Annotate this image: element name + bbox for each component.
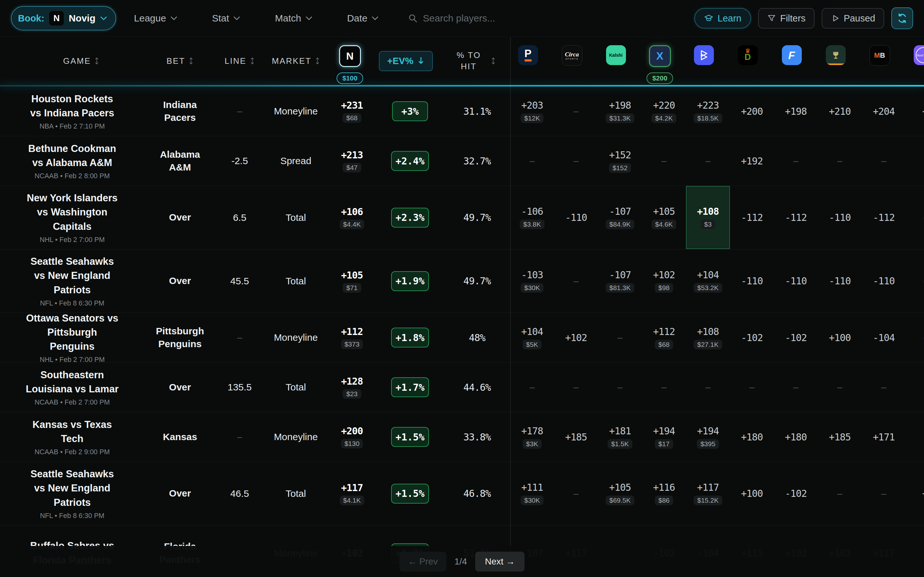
column-header-novig[interactable]: N $100	[328, 37, 372, 85]
game-cell[interactable]: Houston Rockets vs Indiana PacersNBA • F…	[0, 87, 144, 136]
book-odds-cell[interactable]: +194$395	[686, 412, 730, 462]
menu-stat[interactable]: Stat	[212, 13, 240, 24]
book-odds-cell[interactable]: -110	[730, 250, 774, 313]
book-odds-cell[interactable]: +203$12K	[510, 87, 554, 136]
game-cell[interactable]: Bethune Cookman vs Alabama A&MNCAAB • Fe…	[0, 136, 144, 185]
novig-odds-cell[interactable]: +105$71	[328, 250, 376, 313]
book-odds-cell[interactable]: -110	[554, 186, 598, 249]
book-odds-cell[interactable]: -103$30K	[510, 250, 554, 313]
book-odds-cell[interactable]: +181$1.5K	[598, 412, 642, 462]
game-cell[interactable]: Seattle Seahawks vs New England Patriots…	[0, 250, 144, 313]
book-odds-cell[interactable]: +223$18.5K	[686, 87, 730, 136]
book-odds-cell[interactable]: +117$15.2K	[686, 462, 730, 525]
column-header-pct-to-hit[interactable]: % TO HIT	[440, 37, 506, 85]
column-header-hardrock[interactable]: Hard Rock	[901, 37, 924, 85]
learn-button[interactable]: Learn	[694, 8, 751, 29]
book-odds-cell[interactable]: +105$69.5K	[598, 462, 642, 525]
book-odds-cell[interactable]: -102	[730, 313, 774, 362]
column-header-bet[interactable]: BET	[144, 37, 216, 85]
column-header-draftkings[interactable]: ♛D	[726, 37, 770, 85]
column-header-fanduel[interactable]: F	[770, 37, 814, 85]
book-odds-cell[interactable]: -1	[906, 250, 924, 313]
novig-odds-cell[interactable]: +200$130	[328, 412, 376, 462]
book-odds-cell[interactable]: +152$152	[598, 136, 642, 185]
column-header-kalshi[interactable]: Kalshi	[594, 37, 638, 85]
book-odds-cell[interactable]: -112	[730, 186, 774, 249]
book-odds-cell[interactable]: -1	[906, 186, 924, 249]
novig-odds-cell[interactable]: +231$68	[328, 87, 376, 136]
book-odds-cell[interactable]: +220$4.2K	[642, 87, 686, 136]
book-odds-cell[interactable]: +192	[730, 136, 774, 185]
column-header-circa[interactable]: CircaSPORTS	[550, 37, 594, 85]
book-odds-cell[interactable]: -112	[862, 186, 906, 249]
book-odds-cell[interactable]: +111$30K	[510, 462, 554, 525]
game-cell[interactable]: Kansas vs Texas TechNCAAB • Feb 2 9:00 P…	[0, 412, 144, 462]
column-header-trophy-book[interactable]	[814, 37, 858, 85]
column-header-mybookie[interactable]: MB	[858, 37, 901, 85]
book-odds-cell[interactable]: +171	[862, 412, 906, 462]
book-odds-cell[interactable]: +210	[818, 87, 862, 136]
column-header-blue-book[interactable]	[682, 37, 726, 85]
column-header-prizepicks[interactable]: P	[506, 37, 550, 85]
column-header-line[interactable]: LINE	[216, 37, 264, 85]
book-odds-cell[interactable]: -107$84.9K	[598, 186, 642, 249]
novig-odds-cell[interactable]: +128$23	[328, 363, 376, 412]
next-page-button[interactable]: Next →	[475, 552, 524, 572]
game-cell[interactable]: Southeastern Louisiana vs LamarNCAAB • F…	[0, 363, 144, 412]
book-odds-cell[interactable]: -110	[862, 250, 906, 313]
book-odds-cell[interactable]: +105$4.6K	[642, 186, 686, 249]
novig-odds-cell[interactable]: +213$47	[328, 136, 376, 185]
ev-sort-button[interactable]: +EV%	[379, 51, 433, 71]
book-odds-cell[interactable]: +185	[818, 412, 862, 462]
book-odds-cell[interactable]: +198	[774, 87, 818, 136]
book-odds-cell[interactable]: -104	[862, 313, 906, 362]
book-odds-cell[interactable]: +180	[730, 412, 774, 462]
novig-odds-cell[interactable]: +106$4.4K	[328, 186, 376, 249]
column-header-market[interactable]: MARKET	[264, 37, 328, 85]
book-odds-cell[interactable]: +204	[862, 87, 906, 136]
book-odds-cell[interactable]: +1	[906, 462, 924, 525]
book-odds-cell[interactable]: -1	[906, 313, 924, 362]
filters-button[interactable]: Filters	[758, 8, 814, 29]
book-odds-cell[interactable]: +185	[554, 412, 598, 462]
menu-league[interactable]: League	[134, 13, 178, 24]
book-odds-cell[interactable]: +102	[554, 313, 598, 362]
book-odds-cell[interactable]: +200	[730, 87, 774, 136]
book-odds-cell[interactable]: +116$86	[642, 462, 686, 525]
book-odds-cell[interactable]: +112$68	[642, 313, 686, 362]
prev-page-button[interactable]: ← Prev	[399, 552, 446, 572]
book-odds-cell[interactable]: -112	[774, 186, 818, 249]
book-odds-cell[interactable]: +178$3K	[510, 412, 554, 462]
column-header-game[interactable]: GAME	[0, 37, 144, 85]
book-odds-cell[interactable]: +100	[730, 462, 774, 525]
book-odds-cell[interactable]: +104$53.2K	[686, 250, 730, 313]
menu-date[interactable]: Date	[347, 13, 379, 24]
game-cell[interactable]: Ottawa Senators vs Pittsburgh PenguinsNH…	[0, 313, 144, 362]
book-odds-cell[interactable]: +102$98	[642, 250, 686, 313]
book-odds-cell[interactable]: +194$17	[642, 412, 686, 462]
book-odds-cell[interactable]: -110	[818, 186, 862, 249]
search-input[interactable]: Search players...	[408, 13, 495, 24]
column-header-prophetx[interactable]: X$200	[638, 37, 682, 85]
refresh-button[interactable]	[891, 7, 913, 29]
book-odds-cell[interactable]: -102	[774, 462, 818, 525]
book-odds-cell[interactable]: +104$5K	[510, 313, 554, 362]
book-odds-cell[interactable]: +100	[818, 313, 862, 362]
book-odds-cell-highlighted[interactable]: +108$3	[686, 186, 730, 249]
game-cell[interactable]: Seattle Seahawks vs New England Patriots…	[0, 462, 144, 525]
book-odds-cell[interactable]: +198$31.3K	[598, 87, 642, 136]
book-odds-cell[interactable]: +108$27.1K	[686, 313, 730, 362]
book-odds-cell[interactable]: -107$81.3K	[598, 250, 642, 313]
novig-odds-cell[interactable]: +112$373	[328, 313, 376, 362]
novig-odds-cell[interactable]: +117$4.1K	[328, 462, 376, 525]
book-odds-cell[interactable]: -102	[774, 313, 818, 362]
book-odds-cell[interactable]: -106$3.8K	[510, 186, 554, 249]
menu-match[interactable]: Match	[275, 13, 312, 24]
book-selector[interactable]: Book: N Novig	[11, 6, 116, 31]
book-odds-cell[interactable]: +1	[906, 87, 924, 136]
book-odds-cell[interactable]: +180	[774, 412, 818, 462]
book-odds-cell[interactable]: -110	[818, 250, 862, 313]
paused-button[interactable]: Paused	[822, 8, 884, 29]
game-cell[interactable]: New York Islanders vs Washington Capital…	[0, 186, 144, 249]
book-odds-cell[interactable]: -110	[774, 250, 818, 313]
